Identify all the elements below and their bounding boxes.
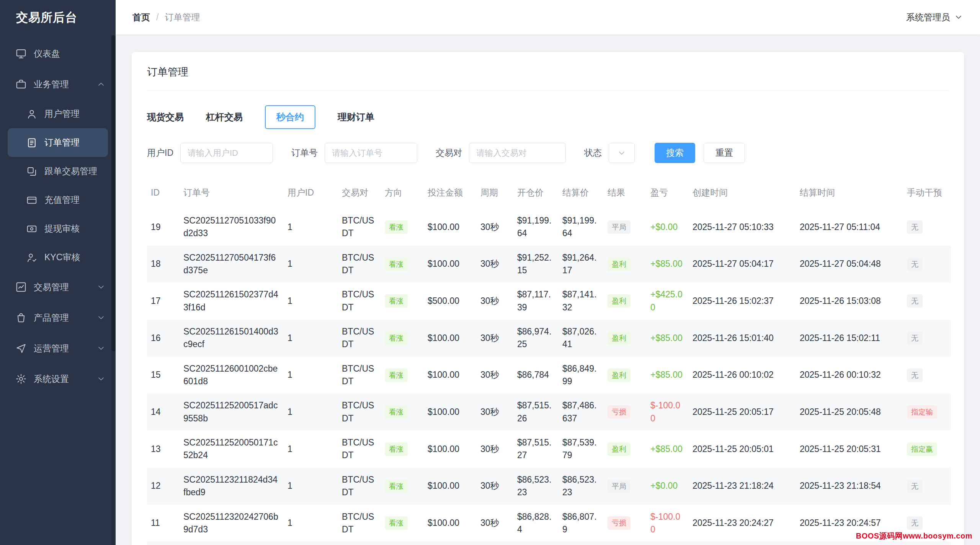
cell-period: 30秒 [477,209,513,246]
sidebar-item-label: 运营管理 [34,343,96,354]
search-button[interactable]: 搜索 [655,143,695,163]
sidebar-item-label: 用户管理 [44,108,106,120]
user-menu[interactable]: 系统管理员 [906,11,963,23]
tab-spot[interactable]: 现货交易 [147,106,184,128]
cell-pair: BTC/USDT [338,246,381,283]
cell-id: 19 [147,209,180,246]
sidebar-item-products[interactable]: 产品管理 [0,302,116,333]
intervention-badge: 无 [907,516,923,530]
cell-settle-price: $87,141.32 [559,282,604,320]
reset-button[interactable]: 重置 [704,143,745,163]
cell-period: 30秒 [477,468,513,505]
cell-settle-price: $86,768 [559,542,604,545]
chevron-down-icon [96,374,106,383]
tab-margin[interactable]: 杠杆交易 [206,106,243,128]
sidebar-item-label: 系统设置 [34,373,96,385]
cell-direction: 看涨 [381,468,424,505]
column-header-user-id: 用户ID [284,179,338,209]
sidebar-item-copy-trading[interactable]: 跟单交易管理 [0,157,116,186]
cell-settled-at: 2025-11-26 15:02:11 [796,320,903,357]
profit-value: +$425.00 [650,289,683,312]
cell-created-at: 2025-11-27 05:10:33 [689,209,796,246]
cell-amount: $100.00 [424,542,477,545]
intervention-badge: 无 [907,369,923,382]
cell-settled-at: 2025-11-26 15:03:08 [796,282,903,320]
column-header-period: 周期 [477,179,513,209]
sidebar-item-dashboard[interactable]: 仪表盘 [0,38,116,69]
sidebar-item-operations[interactable]: 运营管理 [0,333,116,364]
sidebar-item-users[interactable]: 用户管理 [0,100,116,128]
scrollbar-thumb[interactable] [111,35,116,351]
cell-open-price: $87,515.26 [513,393,559,431]
cell-id: 11 [147,505,180,542]
sidebar-item-withdrawals[interactable]: 提现审核 [0,214,116,243]
cell-order-no: SC20251127051033f90d2d33 [180,209,284,246]
cell-result: 亏损 [604,542,647,545]
tab-wealth[interactable]: 理财订单 [338,106,374,128]
filter-status-label: 状态 [584,147,602,159]
column-header-amount: 投注金额 [424,179,477,209]
direction-badge: 看涨 [385,369,408,382]
table-row: 11SC2025112320242706b9d7d31BTC/USDT看涨$10… [147,505,951,542]
dashboard-icon [15,48,27,59]
cell-intervention: 指定赢 [903,431,951,468]
cell-open-price: $87,515.27 [513,431,559,468]
cell-created-at: 2025-11-27 05:04:17 [689,246,796,283]
cell-result: 盈利 [604,282,647,320]
cell-direction: 看涨 [381,320,424,357]
profit-value: $-100.00 [650,512,680,534]
sidebar-item-settings[interactable]: 系统设置 [0,364,116,394]
send-icon [15,343,27,354]
status-select[interactable] [609,143,635,163]
sidebar-item-orders[interactable]: 订单管理 [8,128,108,157]
cell-id: 12 [147,468,180,505]
pair-input[interactable] [469,143,566,163]
cell-order-no: SC202511232023134fd2fee6 [180,542,284,545]
cell-pair: BTC/USDT [338,282,381,320]
intervention-badge: 无 [907,480,923,493]
user-id-input[interactable] [180,143,273,163]
sidebar-item-business[interactable]: 业务管理 [0,69,116,100]
sidebar-item-deposits[interactable]: 充值管理 [0,186,116,214]
chevron-down-icon [617,148,626,158]
sidebar-item-trading[interactable]: 交易管理 [0,272,116,302]
cell-profit: +$85.00 [647,357,689,394]
cell-profit: +$85.00 [647,431,689,468]
breadcrumb-home[interactable]: 首页 [132,11,150,23]
chevron-up-icon [96,80,106,89]
cell-pair: BTC/USDT [338,209,381,246]
column-header-pair: 交易对 [338,179,381,209]
breadcrumb: 首页 / 订单管理 [132,11,200,23]
document-icon [26,137,38,148]
sidebar-scrollbar[interactable] [111,35,116,545]
intervention-badge: 无 [907,331,923,345]
direction-badge: 看涨 [385,220,408,234]
order-no-input[interactable] [325,143,417,163]
cell-profit: +$85.00 [647,246,689,283]
cell-amount: $500.00 [424,282,477,320]
filter-bar: 用户ID 订单号 交易对 状态 搜索 重置 [147,143,949,163]
copy-trade-icon [26,166,38,177]
cell-created-at: 2025-11-26 15:02:37 [689,282,796,320]
cell-amount: $100.00 [424,468,477,505]
user-name: 系统管理员 [906,11,950,23]
cell-open-price: $86,828.4 [513,505,559,542]
tab-seconds[interactable]: 秒合约 [265,105,315,129]
cell-profit: $-100.00 [647,393,689,431]
cell-pair: BTC/USDT [338,542,381,545]
cell-settle-price: $91,199.64 [559,209,604,246]
cell-order-no: SC202511270504173f6d375e [180,246,284,283]
sidebar-item-kyc[interactable]: KYC审核 [0,243,116,272]
cell-open-price: $86,974.25 [513,320,559,357]
cell-id: 15 [147,357,180,394]
profit-value: +$0.00 [650,481,678,491]
cell-id: 13 [147,431,180,468]
cell-intervention: 无 [903,468,951,505]
cell-result: 盈利 [604,246,647,283]
cell-direction: 看涨 [381,505,424,542]
cell-period: 30秒 [477,393,513,431]
column-header-settle-price: 结算价 [559,179,604,209]
table-row: 19SC20251127051033f90d2d331BTC/USDT看涨$10… [147,209,951,246]
cell-period: 30秒 [477,431,513,468]
briefcase-icon [15,78,27,90]
